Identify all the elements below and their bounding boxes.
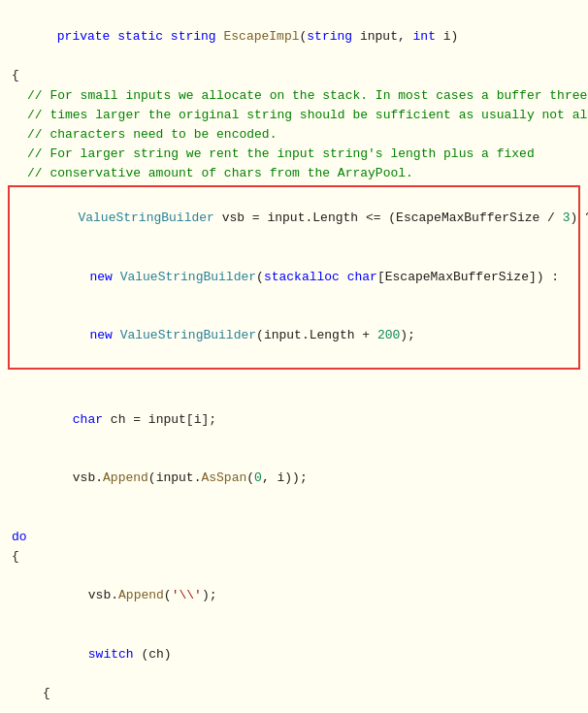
keyword-char1: char (347, 270, 377, 284)
type-vsb: ValueStringBuilder (78, 211, 213, 225)
code-line-do: do (0, 528, 588, 547)
method-name: EscapeImpl (223, 29, 299, 44)
code-line-dobrace: { (0, 547, 588, 567)
code-container: private static string EscapeImpl(string … (0, 0, 588, 713)
keyword-do: do (12, 530, 27, 544)
code-case-n: case '\n': (0, 703, 588, 713)
code-comment-4: // For larger string we rent the input s… (0, 145, 588, 164)
comment-text-2: // times larger the original string shou… (27, 106, 588, 125)
empty-line-1 (0, 372, 588, 391)
type-vsb2: ValueStringBuilder (120, 270, 256, 284)
keyword-private: private (57, 29, 111, 44)
code-line-switchbrace: { (0, 684, 588, 703)
method-asspan: AsSpan (201, 470, 246, 485)
keyword-switch: switch (88, 647, 134, 662)
keyword-new1: new (89, 270, 112, 284)
code-comment-3: // characters need to be encoded. (0, 125, 588, 145)
type-vsb3: ValueStringBuilder (120, 328, 256, 342)
code-line-char-ch: char ch = input[i]; (0, 391, 588, 449)
code-line-vsb-append2: vsb.Append('\\'); (0, 567, 588, 625)
keyword-string2: string (307, 29, 352, 44)
code-comment-5: // conservative amount of chars from the… (0, 164, 588, 183)
comment-text-5: // conservative amount of chars from the… (27, 164, 413, 183)
keyword-new2: new (89, 328, 112, 342)
code-comment-1: // For small inputs we allocate on the s… (0, 86, 588, 106)
keyword-string: string (171, 29, 216, 44)
keyword-char2: char (73, 412, 103, 427)
comment-text-3: // characters need to be encoded. (27, 125, 277, 145)
keyword-static: static (117, 29, 163, 44)
code-line-switch: switch (ch) (0, 625, 588, 683)
code-comment-2: // times larger the original string shou… (0, 106, 588, 125)
highlight-line-2: new ValueStringBuilder(stackalloc char[E… (14, 248, 574, 307)
keyword-int: int (413, 29, 436, 44)
highlight-line-3: new ValueStringBuilder(input.Length + 20… (14, 307, 574, 365)
method-append1: Append (103, 470, 148, 485)
method-append2: Append (118, 588, 164, 602)
keyword-stackalloc: stackalloc (264, 270, 340, 284)
code-line-signature: private static string EscapeImpl(string … (0, 8, 588, 66)
code-line-vsb-append1: vsb.Append(input.AsSpan(0, i)); (0, 449, 588, 507)
comment-text-4: // For larger string we rent the input s… (27, 145, 535, 164)
comment-text-1: // For small inputs we allocate on the s… (27, 86, 587, 106)
highlight-line-1: ValueStringBuilder vsb = input.Length <=… (14, 189, 574, 247)
empty-line-2 (0, 508, 588, 528)
code-line-openbrace: { (0, 66, 588, 85)
char-backslash: '\\' (172, 588, 202, 602)
highlighted-block: ValueStringBuilder vsb = input.Length <=… (8, 185, 580, 369)
